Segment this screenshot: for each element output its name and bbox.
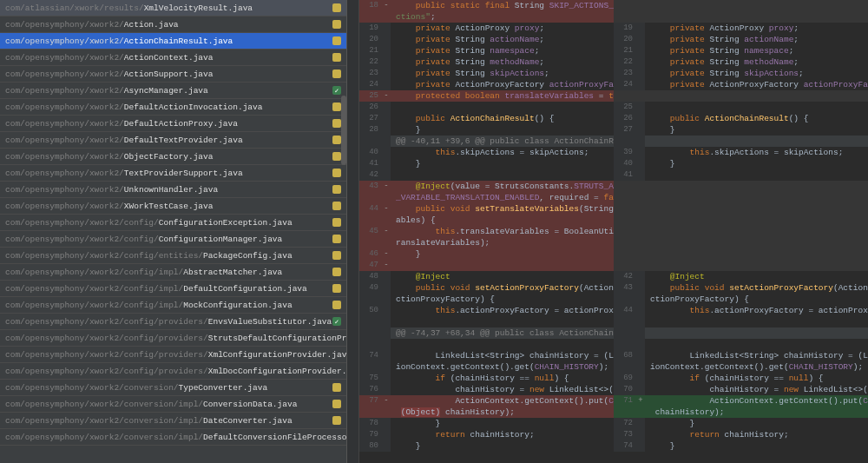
code-line[interactable]: ctions"; (359, 11, 614, 23)
code-line[interactable]: 23 private String skipActions; (614, 68, 868, 79)
file-row[interactable]: com/opensymphony/xwork2/DefaultActionPro… (0, 116, 346, 132)
file-row[interactable]: com/opensymphony/xwork2/config/impl/Abst… (0, 264, 346, 281)
code-line[interactable]: (Object) chainHistory); (359, 407, 614, 418)
file-row[interactable]: com/opensymphony/xwork2/ActionSupport.ja… (0, 66, 346, 83)
code-line[interactable]: 19 private ActionProxy proxy; (614, 23, 868, 34)
file-row[interactable]: com/opensymphony/xwork2/TextProviderSupp… (0, 165, 346, 182)
code-line[interactable] (614, 192, 868, 203)
code-line[interactable]: 19 private ActionProxy proxy; (359, 23, 614, 34)
code-line[interactable]: 73 return chainHistory; (614, 429, 868, 440)
code-line[interactable] (614, 11, 868, 23)
file-row[interactable]: com/atlassian/xwork/results/XmlVelocityR… (0, 0, 346, 17)
code-line[interactable] (614, 203, 868, 215)
file-row[interactable]: com/opensymphony/xwork2/conversion/TypeC… (0, 380, 346, 396)
code-line[interactable]: chainHistory); (614, 407, 868, 418)
diff-left-side[interactable]: 18- public static final String SKIP_ACTI… (359, 0, 614, 463)
code-line[interactable] (614, 316, 868, 327)
code-line[interactable]: 68 LinkedList<String> chainHistory = (Li… (614, 350, 868, 361)
code-line[interactable]: 76 chainHistory = new LinkedList<>(); (359, 384, 614, 395)
file-row[interactable]: com/opensymphony/xwork2/config/impl/Mock… (0, 297, 346, 314)
code-line[interactable]: 21 private String namespace; (359, 45, 614, 56)
code-line[interactable]: 27 } (614, 124, 868, 136)
code-line[interactable]: 44- public void setTranslateVariables(St… (359, 203, 614, 215)
file-row[interactable]: com/opensymphony/xwork2/config/Configura… (0, 231, 346, 248)
code-line[interactable]: 43 public void setActionProxyFactory(Act… (614, 282, 868, 294)
code-line[interactable]: 70 chainHistory = new LinkedList<>(); (614, 384, 868, 395)
code-line[interactable]: 77- ActionContext.getContext().put(CHAIN… (359, 395, 614, 407)
file-row[interactable]: com/opensymphony/xwork2/config/providers… (0, 314, 346, 330)
code-line[interactable]: 22 private String methodName; (359, 56, 614, 68)
code-line[interactable] (359, 339, 614, 350)
code-line[interactable]: 50 this.actionProxyFactory = actionProxy… (359, 305, 614, 316)
code-line[interactable]: 25 (614, 102, 868, 113)
code-line[interactable]: 39 this.skipActions = skipActions; (614, 147, 868, 158)
code-line[interactable]: 47- (359, 260, 614, 271)
code-line[interactable]: 78 } (359, 418, 614, 429)
file-row[interactable]: com/opensymphony/xwork2/ActionContext.ja… (0, 50, 346, 66)
file-row[interactable]: com/opensymphony/xwork2/conversion/impl/… (0, 413, 346, 429)
code-line[interactable]: ctionProxyFactory) { (614, 294, 868, 305)
code-line[interactable] (614, 215, 868, 226)
code-line[interactable]: 80 } (359, 440, 614, 452)
diff-right-side[interactable]: 19 private ActionProxy proxy;20 private … (614, 0, 868, 463)
file-row[interactable]: com/opensymphony/xwork2/config/entities/… (0, 248, 346, 264)
code-line[interactable]: 45- this.translateVariables = BooleanUti… (359, 226, 614, 237)
file-row[interactable]: com/opensymphony/xwork2/AsyncManager.jav… (0, 83, 346, 99)
file-list-scrollbar[interactable] (341, 96, 346, 165)
code-line[interactable]: 75 if (chainHistory == null) { (359, 373, 614, 384)
file-row[interactable]: com/opensymphony/xwork2/config/providers… (0, 347, 346, 363)
code-line[interactable] (614, 226, 868, 237)
code-line[interactable]: 71+ ActionContext.getContext().put(CHAIN… (614, 395, 868, 407)
file-row[interactable]: com/opensymphony/xwork2/ObjectFactory.ja… (0, 149, 346, 165)
code-line[interactable]: 28 } (359, 124, 614, 136)
code-line[interactable]: 18- public static final String SKIP_ACTI… (359, 0, 614, 11)
code-line[interactable] (614, 339, 868, 350)
code-line[interactable] (614, 136, 868, 147)
file-row[interactable]: com/opensymphony/xwork2/Action.java (0, 17, 346, 33)
code-line[interactable]: 20 private String actionName; (359, 34, 614, 45)
code-line[interactable]: 69 if (chainHistory == null) { (614, 373, 868, 384)
code-line[interactable] (614, 260, 868, 271)
code-line[interactable]: 72 } (614, 418, 868, 429)
code-line[interactable]: 74 LinkedList<String> chainHistory = (Li… (359, 350, 614, 361)
code-line[interactable]: 40 this.skipActions = skipActions; (359, 147, 614, 158)
code-line[interactable]: ionContext.getContext().get(CHAIN_HISTOR… (359, 361, 614, 373)
code-line[interactable]: 24 private ActionProxyFactory actionProx… (614, 79, 868, 90)
code-line[interactable]: 22 private String methodName; (614, 56, 868, 68)
code-line[interactable] (614, 327, 868, 339)
file-row[interactable]: com/opensymphony/xwork2/UnknownHandler.j… (0, 182, 346, 198)
code-line[interactable]: 24 private ActionProxyFactory actionProx… (359, 79, 614, 90)
code-line[interactable] (359, 316, 614, 327)
code-line[interactable]: 43- @Inject(value = StrutsConstants.STRU… (359, 181, 614, 192)
code-line[interactable]: 49 public void setActionProxyFactory(Act… (359, 282, 614, 294)
code-line[interactable]: 25- protected boolean translateVariables… (359, 90, 614, 102)
code-line[interactable]: 27 public ActionChainResult() { (359, 113, 614, 124)
code-line[interactable]: 23 private String skipActions; (359, 68, 614, 79)
file-row[interactable]: com/opensymphony/xwork2/config/impl/Defa… (0, 281, 346, 297)
code-line[interactable]: 40 } (614, 158, 868, 169)
code-line[interactable] (614, 181, 868, 192)
file-row[interactable]: com/opensymphony/xwork2/conversion/impl/… (0, 429, 346, 446)
code-line[interactable]: 79 return chainHistory; (359, 429, 614, 440)
code-line[interactable]: ables) { (359, 215, 614, 226)
code-line[interactable]: 26 public ActionChainResult() { (614, 113, 868, 124)
code-line[interactable]: @@ -40,11 +39,6 @@ public class ActionCh… (359, 136, 614, 147)
file-row[interactable]: com/opensymphony/xwork2/config/providers… (0, 330, 346, 347)
code-line[interactable] (614, 237, 868, 248)
file-row[interactable]: com/opensymphony/xwork2/conversion/impl/… (0, 396, 346, 413)
code-line[interactable]: 48 @Inject (359, 271, 614, 282)
file-row[interactable]: com/opensymphony/xwork2/ActionChainResul… (0, 33, 346, 50)
file-row[interactable]: com/opensymphony/xwork2/DefaultActionInv… (0, 99, 346, 116)
code-line[interactable]: 41 (614, 169, 868, 181)
code-line[interactable]: ionContext.getContext().get(CHAIN_HISTOR… (614, 361, 868, 373)
file-row[interactable]: com/opensymphony/xwork2/config/providers… (0, 363, 346, 380)
code-line[interactable] (614, 90, 868, 102)
code-line[interactable]: 20 private String actionName; (614, 34, 868, 45)
code-line[interactable]: 42 @Inject (614, 271, 868, 282)
code-line[interactable]: 26 (359, 102, 614, 113)
file-list-panel[interactable]: com/atlassian/xwork/results/XmlVelocityR… (0, 0, 347, 463)
code-line[interactable] (614, 0, 868, 11)
code-line[interactable]: _VARIABLE_TRANSLATION_ENABLED, required … (359, 192, 614, 203)
code-line[interactable]: 41 } (359, 158, 614, 169)
code-line[interactable]: 21 private String namespace; (614, 45, 868, 56)
